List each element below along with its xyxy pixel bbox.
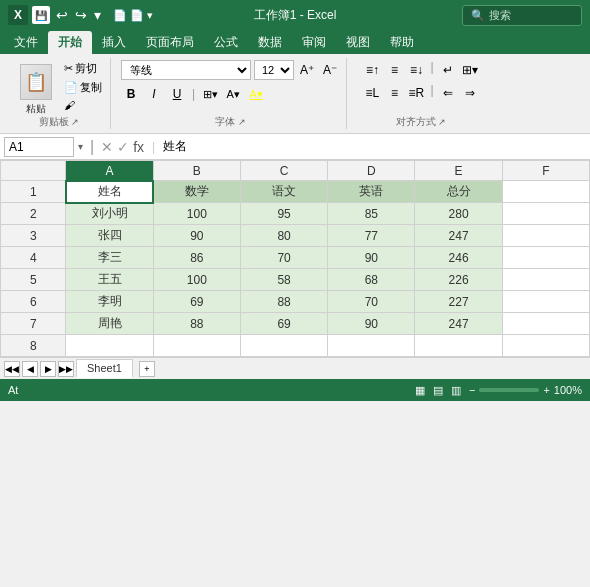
table-cell[interactable] [153, 335, 240, 357]
cut-button[interactable]: ✂剪切 [62, 60, 104, 77]
zoom-out-button[interactable]: − [469, 384, 475, 396]
table-cell[interactable]: 李三 [66, 247, 153, 269]
table-cell[interactable]: 70 [328, 291, 415, 313]
table-cell[interactable]: 86 [153, 247, 240, 269]
table-cell[interactable]: 英语 [328, 181, 415, 203]
align-bottom-button[interactable]: ≡↓ [406, 60, 426, 80]
paste-button[interactable]: 📋 粘贴 [14, 60, 58, 120]
col-header-D[interactable]: D [328, 161, 415, 181]
insert-function-icon[interactable]: fx [133, 139, 144, 155]
redo-button[interactable]: ↪ [73, 7, 89, 23]
align-left-button[interactable]: ≡L [362, 83, 382, 103]
view-preview-icon[interactable]: ▥ [451, 384, 461, 397]
row-header-5[interactable]: 5 [1, 269, 66, 291]
formula-input[interactable] [163, 140, 586, 154]
sheet-nav-last[interactable]: ▶▶ [58, 361, 74, 377]
table-cell[interactable]: 247 [415, 225, 502, 247]
align-right-button[interactable]: ≡R [406, 83, 426, 103]
table-cell[interactable]: 100 [153, 203, 240, 225]
table-cell[interactable]: 张四 [66, 225, 153, 247]
col-header-C[interactable]: C [240, 161, 327, 181]
table-cell[interactable] [66, 335, 153, 357]
table-cell[interactable] [502, 291, 589, 313]
table-cell[interactable]: 100 [153, 269, 240, 291]
row-header-1[interactable]: 1 [1, 181, 66, 203]
table-cell[interactable]: 85 [328, 203, 415, 225]
table-cell[interactable]: 280 [415, 203, 502, 225]
table-cell[interactable] [502, 181, 589, 203]
table-cell[interactable]: 总分 [415, 181, 502, 203]
align-center-button[interactable]: ≡ [384, 83, 404, 103]
table-cell[interactable] [502, 225, 589, 247]
table-cell[interactable]: 90 [328, 313, 415, 335]
merge-center-button[interactable]: ⊞▾ [460, 60, 480, 80]
wrap-text-button[interactable]: ↵ [438, 60, 458, 80]
name-box-expand-icon[interactable]: ▾ [78, 141, 83, 152]
table-cell[interactable] [502, 247, 589, 269]
row-header-6[interactable]: 6 [1, 291, 66, 313]
font-color-button[interactable]: A▾ [246, 84, 266, 104]
table-cell[interactable]: 李明 [66, 291, 153, 313]
zoom-slider[interactable] [479, 388, 539, 392]
add-sheet-button[interactable]: + [139, 361, 155, 377]
table-cell[interactable] [415, 335, 502, 357]
tab-home[interactable]: 开始 [48, 31, 92, 54]
table-cell[interactable]: 90 [328, 247, 415, 269]
format-painter-button[interactable]: 🖌 [62, 98, 104, 112]
sheet-nav-next[interactable]: ▶ [40, 361, 56, 377]
sheet-tab-sheet1[interactable]: Sheet1 [76, 359, 133, 378]
table-cell[interactable]: 227 [415, 291, 502, 313]
tab-help[interactable]: 帮助 [380, 31, 424, 54]
italic-button[interactable]: I [144, 84, 164, 104]
table-cell[interactable]: 周艳 [66, 313, 153, 335]
table-cell[interactable]: 90 [153, 225, 240, 247]
save-button[interactable]: 💾 [32, 6, 50, 24]
table-cell[interactable]: 58 [240, 269, 327, 291]
table-cell[interactable] [502, 269, 589, 291]
table-cell[interactable]: 刘小明 [66, 203, 153, 225]
table-cell[interactable] [240, 335, 327, 357]
undo-button[interactable]: ↩ [54, 7, 70, 23]
tab-formula[interactable]: 公式 [204, 31, 248, 54]
decrease-font-button[interactable]: A⁻ [320, 60, 340, 80]
table-cell[interactable]: 姓名 [66, 181, 153, 203]
row-header-3[interactable]: 3 [1, 225, 66, 247]
col-header-F[interactable]: F [502, 161, 589, 181]
font-name-select[interactable]: 等线 [121, 60, 251, 80]
copy-button[interactable]: 📄复制 [62, 79, 104, 96]
customize-qa-button[interactable]: ▾ [92, 7, 103, 23]
table-cell[interactable]: 88 [153, 313, 240, 335]
view-layout-icon[interactable]: ▤ [433, 384, 443, 397]
table-cell[interactable]: 246 [415, 247, 502, 269]
tab-pagelayout[interactable]: 页面布局 [136, 31, 204, 54]
confirm-formula-icon[interactable]: ✓ [117, 139, 129, 155]
table-cell[interactable] [502, 203, 589, 225]
table-cell[interactable]: 69 [240, 313, 327, 335]
align-middle-button[interactable]: ≡ [384, 60, 404, 80]
table-cell[interactable]: 69 [153, 291, 240, 313]
table-cell[interactable]: 88 [240, 291, 327, 313]
increase-indent-button[interactable]: ⇒ [460, 83, 480, 103]
tab-data[interactable]: 数据 [248, 31, 292, 54]
table-cell[interactable]: 80 [240, 225, 327, 247]
underline-button[interactable]: U [167, 84, 187, 104]
table-cell[interactable]: 95 [240, 203, 327, 225]
table-cell[interactable]: 语文 [240, 181, 327, 203]
table-cell[interactable]: 226 [415, 269, 502, 291]
view-normal-icon[interactable]: ▦ [415, 384, 425, 397]
tab-review[interactable]: 审阅 [292, 31, 336, 54]
sheet-nav-first[interactable]: ◀◀ [4, 361, 20, 377]
table-cell[interactable] [502, 313, 589, 335]
sheet-nav-prev[interactable]: ◀ [22, 361, 38, 377]
increase-font-button[interactable]: A⁺ [297, 60, 317, 80]
tab-file[interactable]: 文件 [4, 31, 48, 54]
table-cell[interactable]: 王五 [66, 269, 153, 291]
col-header-A[interactable]: A [66, 161, 153, 181]
decrease-indent-button[interactable]: ⇐ [438, 83, 458, 103]
row-header-7[interactable]: 7 [1, 313, 66, 335]
align-top-button[interactable]: ≡↑ [362, 60, 382, 80]
name-box[interactable]: A1 [4, 137, 74, 157]
row-header-8[interactable]: 8 [1, 335, 66, 357]
table-cell[interactable] [328, 335, 415, 357]
tab-insert[interactable]: 插入 [92, 31, 136, 54]
